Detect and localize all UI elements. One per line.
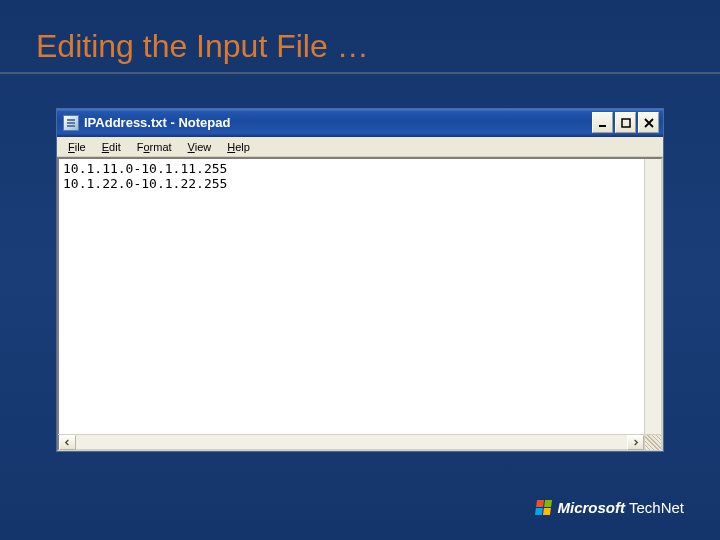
- scroll-right-button[interactable]: [627, 435, 644, 450]
- close-icon: [644, 118, 654, 128]
- menu-help[interactable]: Help: [220, 140, 257, 154]
- title-underline: [0, 72, 720, 74]
- menu-view[interactable]: View: [181, 140, 219, 154]
- minimize-icon: [598, 118, 608, 128]
- window-title: IPAddress.txt - Notepad: [84, 115, 592, 130]
- titlebar[interactable]: IPAddress.txt - Notepad: [57, 109, 663, 137]
- menu-format[interactable]: Format: [130, 140, 179, 154]
- maximize-button[interactable]: [615, 112, 636, 133]
- notepad-icon: [63, 115, 79, 131]
- horizontal-scrollbar[interactable]: [57, 434, 663, 451]
- chevron-right-icon: [632, 439, 639, 446]
- maximize-icon: [621, 118, 631, 128]
- menu-edit[interactable]: Edit: [95, 140, 128, 154]
- logo-brand-bold: Microsoft: [557, 499, 625, 516]
- microsoft-flag-icon: [535, 500, 552, 515]
- text-area[interactable]: 10.1.11.0-10.1.11.255 10.1.22.0-10.1.22.…: [57, 157, 663, 434]
- menu-file[interactable]: File: [61, 140, 93, 154]
- svg-rect-0: [599, 125, 606, 127]
- close-button[interactable]: [638, 112, 659, 133]
- scroll-left-button[interactable]: [59, 435, 76, 450]
- notepad-window: IPAddress.txt - Notepad File Edit Format…: [56, 108, 664, 452]
- footer-logo: Microsoft TechNet: [536, 499, 684, 516]
- vertical-scrollbar[interactable]: [644, 159, 661, 434]
- window-controls: [592, 112, 659, 133]
- slide-title: Editing the Input File …: [36, 28, 369, 65]
- logo-brand-thin: TechNet: [629, 499, 684, 516]
- svg-rect-1: [622, 119, 630, 127]
- scroll-track[interactable]: [76, 435, 627, 449]
- text-content[interactable]: 10.1.11.0-10.1.11.255 10.1.22.0-10.1.22.…: [59, 159, 661, 193]
- minimize-button[interactable]: [592, 112, 613, 133]
- resize-grip[interactable]: [644, 435, 661, 450]
- chevron-left-icon: [64, 439, 71, 446]
- menubar: File Edit Format View Help: [57, 137, 663, 157]
